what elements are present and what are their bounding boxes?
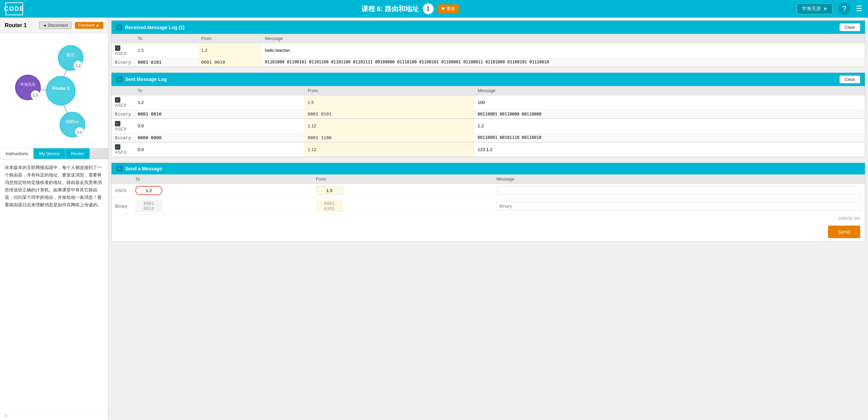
col-to: To (134, 34, 198, 43)
router-title: Router 1 (5, 22, 36, 28)
row-msg-binary: 01101000 01100101 01101100 01101100 0110… (261, 58, 865, 66)
bits-counter: 16/8192 bits (112, 215, 865, 222)
svg-text:1.1: 1.1 (77, 130, 82, 134)
send-from-binary-cell: 0001 0101 (313, 197, 493, 215)
svg-text:洛尘: 洛尘 (66, 52, 75, 57)
sent-row2-type: − ASCII (112, 119, 134, 133)
received-log-title: Received Message Log (1) (125, 25, 184, 30)
received-log-body: To From Message − ASCII 1.5 1.2 (112, 34, 865, 67)
col-message: Message (261, 34, 865, 43)
received-log-title-group: − Received Message Log (1) (116, 24, 184, 30)
send-header: − Send a Message (112, 163, 865, 174)
send-message-input[interactable] (496, 186, 862, 195)
dropdown-icon: ▼ (823, 6, 828, 12)
user-label: 学海无涯 (802, 6, 821, 12)
send-binary-label: Binary (112, 197, 132, 215)
received-log-header: − Received Message Log (1) Clear (112, 21, 865, 34)
sent-row1-msg-bin: 00110001 00110000 00110000 (474, 110, 865, 119)
sent-log-body[interactable]: To From Message − ASCII 1.2 (112, 86, 865, 157)
sent-log-title: Sent Message Log (125, 77, 167, 82)
sent-row2-msg-bin: 00110001 00101110 00110010 (474, 133, 865, 142)
received-log-section: − Received Message Log (1) Clear To From… (111, 20, 865, 67)
table-row: − ASCII 0.0 1.12 123 1.2 (112, 142, 865, 157)
copyright-text: © (0, 412, 108, 420)
menu-button[interactable]: ☰ (856, 4, 863, 13)
send-to-cell (132, 184, 313, 197)
send-from-display: 1.5 (316, 186, 343, 195)
send-col-to: To (132, 174, 313, 184)
send-message-binary-input[interactable] (496, 202, 862, 210)
tab-instructions[interactable]: Instructions (0, 148, 34, 159)
sent-row3-to: 0.0 (134, 142, 304, 157)
send-button[interactable]: Send (828, 226, 860, 238)
network-graph: Router 1 洛尘 1.2 学海无涯 1.5 炫酷luo 1.1 (0, 33, 108, 148)
send-ascii-label: ASCII (112, 184, 132, 197)
sent-row1-type-bin: Binary (112, 110, 134, 119)
more-button[interactable]: 更多 (438, 4, 459, 13)
row-type-binary: Binary (112, 58, 134, 66)
sent-log-header: − Sent Message Log Clear (112, 73, 865, 86)
received-log-collapse[interactable]: − (116, 24, 122, 30)
send-to-input[interactable] (135, 186, 162, 195)
row-toggle-button[interactable]: − (115, 144, 120, 150)
sent-row1-from: 1.5 (304, 95, 474, 110)
send-col-type (112, 174, 132, 184)
user-button[interactable]: 学海无涯 ▼ (797, 3, 833, 14)
svg-text:学海无涯: 学海无涯 (20, 82, 35, 86)
col-from: From (198, 34, 262, 43)
router-header: Router 1 ◄ Disconnect Finished! ► (0, 18, 108, 33)
received-log-clear-button[interactable]: Clear (840, 23, 860, 31)
hamburger-icon: ☰ (856, 4, 863, 13)
table-row: Binary 0001 0101 0001 0010 01101000 0110… (112, 58, 865, 66)
instructions-panel: 在本版本的互联网模拟器中，每个人都连接到了一个路由器，并有特定的地址。要发送消息… (0, 159, 108, 412)
logo: CODE (5, 2, 23, 15)
row-toggle-button[interactable]: − (115, 121, 120, 126)
send-message-cell (493, 184, 865, 197)
disconnect-button[interactable]: ◄ Disconnect (39, 22, 72, 29)
sent-row2-msg: 1.2 (474, 119, 865, 133)
col-to-sent: To (134, 86, 304, 96)
send-ascii-row: ASCII 1.5 (112, 184, 865, 197)
tab-router[interactable]: Router (65, 148, 90, 159)
finished-button[interactable]: Finished! ► (75, 22, 103, 29)
top-nav-right: 学海无涯 ▼ ? ☰ (797, 3, 863, 15)
row-to-ascii: 1.5 (134, 43, 198, 58)
send-to-binary-cell: 0001 0010 (132, 197, 313, 215)
sent-row3-type: − ASCII (112, 142, 134, 157)
send-message-binary-cell (493, 197, 865, 215)
row-toggle-button[interactable]: − (115, 45, 120, 51)
top-nav: CODE 课程 6: 路由和地址 1 更多 学海无涯 ▼ ? ☰ (0, 0, 868, 18)
help-button[interactable]: ? (838, 3, 850, 15)
send-to-binary: 0001 0010 (135, 200, 162, 212)
send-from-cell: 1.5 (313, 184, 493, 197)
sent-log-clear-button[interactable]: Clear (840, 76, 860, 83)
more-label: 更多 (447, 6, 455, 12)
sent-row1-from-bin: 0001 0101 (304, 110, 474, 119)
right-panel: − Received Message Log (1) Clear To From… (108, 18, 868, 420)
table-row: − ASCII 0.0 1.12 1.2 (112, 119, 865, 133)
row-from-ascii: 1.2 (198, 43, 262, 58)
sent-log-table: To From Message − ASCII 1.2 (112, 86, 865, 157)
send-title: Send a Message (125, 166, 162, 171)
tab-my-device[interactable]: My Device (34, 148, 65, 159)
row-to-binary: 0001 0101 (134, 58, 198, 66)
sent-row3-from: 1.12 (304, 142, 474, 157)
sent-row2-to-bin: 0000 0000 (134, 133, 304, 142)
table-row: Binary 0000 0000 0001 1100 00110001 0010… (112, 133, 865, 142)
main-layout: Router 1 ◄ Disconnect Finished! ► Router… (0, 18, 868, 420)
row-from-binary: 0001 0010 (198, 58, 262, 66)
send-col-message: Message (493, 174, 865, 184)
tab-bar: Instructions My Device Router (0, 148, 108, 159)
send-collapse[interactable]: − (116, 166, 122, 172)
sent-log-collapse[interactable]: − (116, 76, 122, 82)
send-title-group: − Send a Message (116, 166, 162, 172)
sent-log-title-group: − Sent Message Log (116, 76, 167, 82)
send-section: − Send a Message To From Message ASCII (111, 163, 865, 242)
sent-row2-type-bin: Binary (112, 133, 134, 142)
svg-text:炫酷luo: 炫酷luo (65, 119, 79, 124)
sent-log-section: − Sent Message Log Clear To From Message (111, 72, 865, 158)
left-panel: Router 1 ◄ Disconnect Finished! ► Router… (0, 18, 108, 420)
table-row: Binary 0001 0010 0001 0101 00110001 0011… (112, 110, 865, 119)
svg-text:1.5: 1.5 (33, 93, 38, 97)
row-toggle-button[interactable]: − (115, 97, 120, 103)
